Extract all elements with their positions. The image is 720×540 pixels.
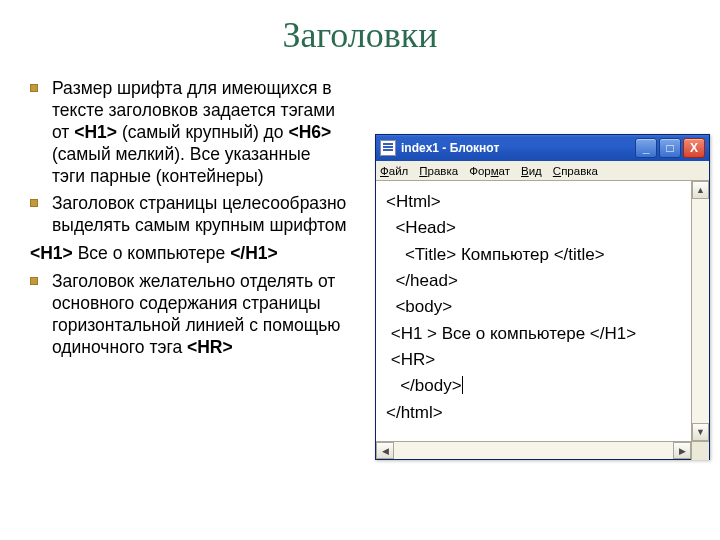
window-buttons: _ □ X [635, 138, 705, 158]
code-line: </body> [386, 376, 462, 395]
scroll-left-button[interactable]: ◀ [376, 442, 394, 459]
tag-hr: <HR> [187, 337, 233, 357]
tag-h6: <H6> [288, 122, 331, 142]
scroll-track[interactable] [692, 199, 709, 423]
horizontal-scrollbar[interactable]: ◀ ▶ [376, 441, 709, 459]
list-item: Заголовок страницы целесообразно выделят… [30, 193, 347, 237]
bullet-text: Заголовок желательно отделять от основно… [52, 271, 347, 359]
close-button[interactable]: X [683, 138, 705, 158]
text-area[interactable]: <Html> <Head> <Title> Компьютер </title>… [376, 181, 691, 441]
bullet-icon [30, 199, 38, 207]
code-text: Все о компьютере [73, 243, 230, 263]
code-line: <H1 > Все о компьютере </H1> [386, 324, 636, 343]
code-line: <HR> [386, 350, 435, 369]
scroll-up-button[interactable]: ▲ [692, 181, 709, 199]
menu-file[interactable]: Файл [380, 165, 408, 177]
underline: В [521, 165, 529, 177]
tag-open: <H1> [30, 243, 73, 263]
code-line: <Html> [386, 192, 441, 211]
code-line: </head> [386, 271, 458, 290]
notepad-icon [380, 140, 396, 156]
code-line: <Title> Компьютер </title> [386, 245, 605, 264]
menu-help[interactable]: Справка [553, 165, 598, 177]
window-frame: index1 - Блокнот _ □ X Файл Правка Форма… [375, 134, 710, 460]
underline: С [553, 165, 561, 177]
menu-label: ид [529, 165, 542, 177]
bullet-text: Заголовок страницы целесообразно выделят… [52, 193, 347, 237]
code-line: <body> [386, 297, 452, 316]
tag-h1: <H1> [74, 122, 117, 142]
bullet-text: Размер шрифта для имеющихся в тексте заг… [52, 78, 347, 187]
text: (самый мелкий). Все указанные тэги парны… [52, 144, 310, 186]
scroll-right-button[interactable]: ▶ [673, 442, 691, 459]
menu-label: правка [561, 165, 598, 177]
text: (самый крупный) до [117, 122, 288, 142]
menu-label: равка [428, 165, 459, 177]
scroll-track[interactable] [394, 442, 673, 459]
bullet-icon [30, 84, 38, 92]
text-cursor [462, 376, 463, 394]
underline: П [419, 165, 427, 177]
editor-body: <Html> <Head> <Title> Компьютер </title>… [376, 181, 709, 441]
minimize-button[interactable]: _ [635, 138, 657, 158]
titlebar[interactable]: index1 - Блокнот _ □ X [376, 135, 709, 161]
underline: Ф [380, 165, 389, 177]
underline: м [491, 165, 499, 177]
list-item: Заголовок желательно отделять от основно… [30, 271, 347, 359]
menu-label: ат [499, 165, 510, 177]
scroll-corner [691, 442, 709, 460]
notepad-window: index1 - Блокнот _ □ X Файл Правка Форма… [375, 134, 710, 460]
list-item: Размер шрифта для имеющихся в тексте заг… [30, 78, 347, 187]
menubar: Файл Правка Формат Вид Справка [376, 161, 709, 181]
code-line: </html> [386, 403, 443, 422]
menu-format[interactable]: Формат [469, 165, 510, 177]
bullet-list: Размер шрифта для имеющихся в тексте заг… [12, 78, 347, 365]
slide: Заголовки Размер шрифта для имеющихся в … [0, 14, 720, 540]
bullet-icon [30, 277, 38, 285]
window-title: index1 - Блокнот [401, 141, 499, 155]
vertical-scrollbar[interactable]: ▲ ▼ [691, 181, 709, 441]
slide-title: Заголовки [0, 14, 720, 56]
menu-edit[interactable]: Правка [419, 165, 458, 177]
maximize-button[interactable]: □ [659, 138, 681, 158]
tag-close: </H1> [230, 243, 278, 263]
menu-view[interactable]: Вид [521, 165, 542, 177]
menu-label: айл [389, 165, 409, 177]
code-line: <Head> [386, 218, 456, 237]
scroll-down-button[interactable]: ▼ [692, 423, 709, 441]
code-example: <H1> Все о компьютере </H1> [30, 243, 347, 265]
